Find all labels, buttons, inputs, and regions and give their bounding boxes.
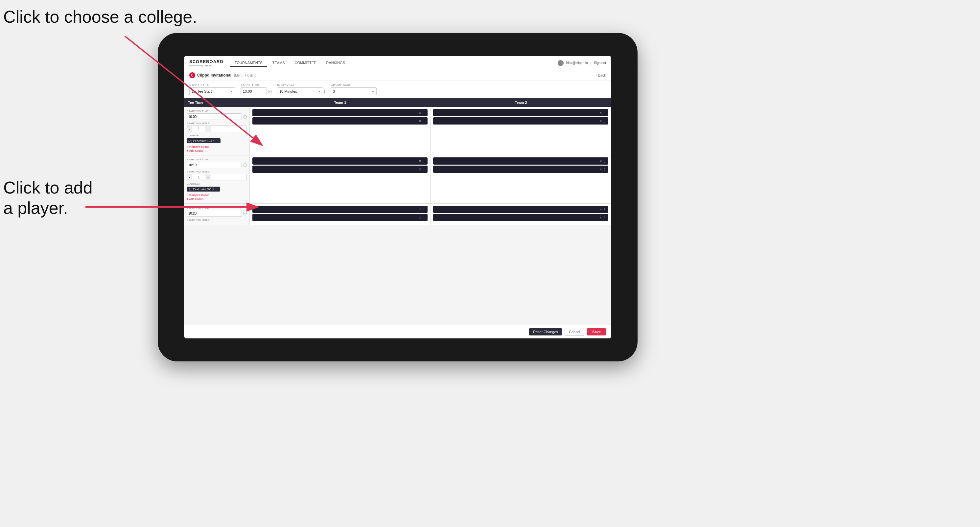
- player-remove-btn[interactable]: ×: [600, 111, 602, 115]
- reset-changes-button[interactable]: Reset Changes: [529, 328, 562, 335]
- add-group-1[interactable]: + Add Group: [187, 149, 247, 152]
- starting-time-input-3[interactable]: [187, 210, 242, 216]
- player-remove-btn[interactable]: ×: [419, 208, 421, 211]
- annotation-text-1: Click to choose a college.: [3, 7, 197, 26]
- hole-increment-2[interactable]: +: [205, 174, 211, 180]
- player-edit-btn[interactable]: ⋮: [422, 159, 426, 163]
- table-row: STARTING TIME: 🕙 STARTING HOLE: - + COUR…: [184, 156, 611, 204]
- player-remove-btn[interactable]: ×: [600, 119, 602, 123]
- starting-time-label-1: STARTING TIME:: [187, 110, 247, 113]
- course-tag-2[interactable]: 🏌 East Lake GC × ⋮: [187, 187, 220, 192]
- gender-badge: (Men): [234, 74, 243, 77]
- player-edit-btn[interactable]: ⋮: [603, 111, 606, 115]
- starting-hole-label-1: STARTING HOLE:: [187, 122, 247, 125]
- player-edit-btn[interactable]: ⋮: [422, 119, 426, 123]
- player-row: × ⋮: [433, 206, 608, 213]
- player-remove-btn[interactable]: ×: [419, 159, 421, 163]
- player-edit-btn[interactable]: ⋮: [603, 159, 606, 163]
- player-edit-btn[interactable]: ⋮: [603, 168, 606, 171]
- intervals-select[interactable]: 10 Minutes: [277, 87, 323, 95]
- hole-input-2[interactable]: [192, 175, 205, 179]
- player-remove-btn[interactable]: ×: [419, 111, 421, 115]
- player-remove-btn[interactable]: ×: [600, 168, 602, 171]
- start-type-select[interactable]: 1st Tee Start: [189, 87, 235, 95]
- group-size-label: Group Size: [331, 83, 377, 86]
- remove-group-1[interactable]: ○ Remove Group: [187, 145, 247, 149]
- th-tee-time: Tee Time: [184, 98, 250, 107]
- group-1-team2: × ⋮ × ⋮: [431, 107, 611, 155]
- start-time-label: Start Time: [240, 83, 272, 86]
- course-edit-2[interactable]: ⋮: [215, 187, 218, 191]
- remove-group-2[interactable]: ○ Remove Group: [187, 194, 247, 197]
- group-3-team2: × ⋮ × ⋮: [431, 204, 611, 225]
- separator: |: [590, 61, 592, 65]
- course-label-1: COURSE:: [187, 134, 247, 137]
- player-remove-btn[interactable]: ×: [600, 208, 602, 211]
- player-row: × ⋮: [433, 157, 608, 165]
- start-time-group: Start Time 🕙: [240, 83, 272, 95]
- th-team1: Team 1: [250, 98, 431, 107]
- logo-title: SCOREBOARD: [189, 59, 223, 64]
- player-edit-btn[interactable]: ⋮: [422, 216, 426, 219]
- th-team2: Team 2: [431, 98, 611, 107]
- table-row: STARTING TIME: 🕙 STARTING HOLE: - + COUR…: [184, 107, 611, 156]
- group-size-group: Group Size 3: [331, 83, 377, 95]
- player-remove-btn[interactable]: ×: [419, 119, 421, 123]
- sign-out-link[interactable]: Sign out: [594, 61, 606, 65]
- group-2-left: STARTING TIME: 🕙 STARTING HOLE: - + COUR…: [184, 156, 250, 203]
- starting-time-label-3: STARTING TIME:: [187, 206, 247, 209]
- group-1-team1: × ⋮ × ⋮: [250, 107, 431, 155]
- tab-tournaments[interactable]: TOURNAMENTS: [230, 59, 267, 67]
- player-edit-btn[interactable]: ⋮: [603, 216, 606, 219]
- player-remove-btn[interactable]: ×: [600, 159, 602, 163]
- tournament-name: Clippd Invitational: [197, 73, 231, 78]
- starting-time-input-wrap-3: 🕙: [187, 210, 247, 216]
- player-row: × ⋮: [433, 117, 608, 124]
- intervals-input-wrap: 10 Minutes ℹ: [277, 87, 325, 95]
- player-edit-btn[interactable]: ⋮: [422, 208, 426, 211]
- player-row: × ⋮: [252, 206, 428, 213]
- player-edit-btn[interactable]: ⋮: [603, 208, 606, 211]
- logo-subtitle: Powered by clippd: [189, 64, 223, 67]
- course-edit-1[interactable]: ⋮: [216, 139, 219, 143]
- user-avatar: [558, 60, 564, 66]
- tab-committee[interactable]: COMMITTEE: [290, 59, 321, 67]
- course-remove-2[interactable]: ×: [212, 187, 214, 191]
- course-remove-1[interactable]: ×: [213, 139, 215, 143]
- player-remove-btn[interactable]: ×: [419, 168, 421, 171]
- tab-teams[interactable]: TEAMS: [268, 59, 290, 67]
- starting-time-input-1[interactable]: [187, 113, 242, 120]
- hole-input-1[interactable]: [192, 127, 205, 131]
- start-type-label: Start Type: [189, 83, 235, 86]
- starting-time-input-wrap-2: 🕙: [187, 162, 247, 168]
- main-content: Tee Time Team 1 Team 2 STARTING TIME: 🕙 …: [184, 98, 611, 338]
- group-2-team1: × ⋮ × ⋮: [250, 156, 431, 203]
- clock-icon-1: 🕙: [243, 115, 247, 119]
- tab-rankings[interactable]: RANKINGS: [322, 59, 350, 67]
- start-type-group: Start Type 1st Tee Start: [189, 83, 235, 95]
- player-remove-btn[interactable]: ×: [600, 216, 602, 219]
- starting-time-input-2[interactable]: [187, 162, 242, 168]
- hole-decrement-2[interactable]: -: [187, 174, 192, 180]
- hole-stepper-2: - +: [187, 174, 247, 180]
- player-remove-btn[interactable]: ×: [419, 216, 421, 219]
- player-row: × ⋮: [252, 166, 428, 173]
- table-header: Tee Time Team 1 Team 2: [184, 98, 611, 107]
- action-links-2: ○ Remove Group + Add Group: [187, 194, 247, 201]
- cancel-button[interactable]: Cancel: [565, 328, 584, 336]
- hole-increment-1[interactable]: +: [205, 125, 211, 132]
- player-edit-btn[interactable]: ⋮: [422, 168, 426, 171]
- group-size-select[interactable]: 3: [331, 87, 377, 95]
- save-button[interactable]: Save: [587, 328, 606, 335]
- back-button[interactable]: ‹ Back: [596, 73, 606, 77]
- annotation-choose-college: Click to choose a college.: [3, 6, 197, 27]
- hole-stepper-1: - +: [187, 125, 247, 132]
- player-row: × ⋮: [252, 109, 428, 116]
- add-group-2[interactable]: + Add Group: [187, 197, 247, 201]
- start-time-input[interactable]: [240, 87, 267, 95]
- course-tag-1[interactable]: (A) Peachtree GC × ⋮: [187, 138, 221, 143]
- hole-decrement-1[interactable]: -: [187, 125, 192, 132]
- clippd-logo-icon: C: [189, 72, 195, 78]
- player-edit-btn[interactable]: ⋮: [422, 111, 426, 115]
- player-edit-btn[interactable]: ⋮: [603, 119, 606, 123]
